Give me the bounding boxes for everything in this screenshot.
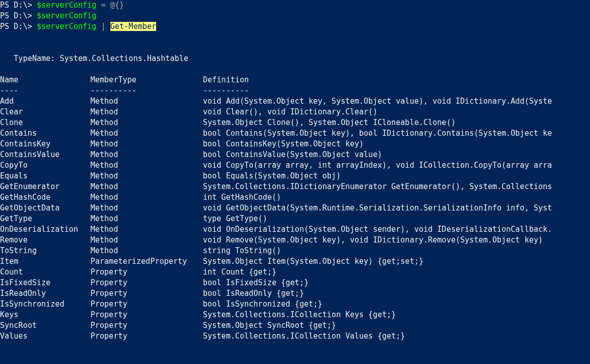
col-def: bool Equals(System.Object obj) — [203, 171, 341, 181]
col-type: MemberType — [91, 75, 203, 85]
col-type: Method — [91, 246, 203, 256]
col-def: ---------- — [203, 85, 249, 96]
underline-row: ------------------------ — [0, 85, 590, 96]
col-name: Name — [0, 75, 91, 85]
operator: | — [97, 22, 110, 31]
col-type: Method — [91, 235, 203, 246]
col-def: int GetHashCode() — [203, 192, 281, 203]
member-row-2: CloneMethodSystem.Object Clone(), System… — [0, 117, 590, 128]
col-type: Method — [91, 181, 203, 192]
col-name: Count — [0, 267, 91, 278]
col-type: Property — [91, 278, 203, 288]
col-def: bool IsFixedSize {get;} — [203, 278, 309, 288]
col-name: IsReadOnly — [0, 288, 91, 299]
member-row-11: GetTypeMethodtype GetType() — [0, 214, 590, 224]
col-name: GetType — [0, 214, 91, 224]
member-row-21: SyncRootPropertySystem.Object SyncRoot {… — [0, 320, 590, 331]
col-name: Item — [0, 256, 91, 267]
col-type: Method — [91, 149, 203, 160]
col-def: void Clear(), void IDictionary.Clear() — [203, 107, 377, 117]
variable: $serverConfig — [37, 1, 96, 10]
col-type: Method — [91, 107, 203, 117]
col-type: Method — [91, 117, 203, 128]
member-row-14: ToStringMethodstring ToString() — [0, 246, 590, 256]
col-def: void OnDeserialization(System.Object sen… — [203, 224, 552, 235]
member-row-12: OnDeserializationMethodvoid OnDeserializ… — [0, 224, 590, 235]
col-name: Keys — [0, 310, 91, 320]
col-type: Method — [91, 192, 203, 203]
member-row-13: RemoveMethodvoid Remove(System.Object ke… — [0, 235, 590, 246]
col-type: Property — [91, 310, 203, 320]
col-type: Property — [91, 331, 203, 342]
col-name: CopyTo — [0, 160, 91, 171]
col-type: Method — [91, 96, 203, 107]
col-type: Property — [91, 299, 203, 310]
col-type: ---------- — [91, 85, 203, 96]
prompt: PS D:\> — [0, 1, 37, 10]
col-type: Method — [91, 139, 203, 149]
col-def: type GetType() — [203, 214, 267, 224]
variable: $serverConfig — [37, 11, 96, 20]
member-row-5: ContainsValueMethodbool ContainsValue(Sy… — [0, 149, 590, 160]
col-type: Method — [91, 214, 203, 224]
member-row-10: GetObjectDataMethodvoid GetObjectData(Sy… — [0, 203, 590, 214]
col-type: Method — [91, 203, 203, 214]
col-type: Property — [91, 288, 203, 299]
member-row-22: ValuesPropertySystem.Collections.ICollec… — [0, 331, 590, 342]
command-line-2: PS D:\> $serverConfig | Get-Member — [0, 21, 590, 32]
col-def: System.Collections.ICollection Keys {get… — [203, 310, 396, 320]
prompt: PS D:\> — [0, 11, 37, 20]
col-name: ContainsValue — [0, 149, 91, 160]
operator: @{} — [110, 1, 124, 10]
col-def: System.Object Item(System.Object key) {g… — [203, 256, 423, 267]
variable: $serverConfig — [37, 22, 96, 31]
col-type: Method — [91, 128, 203, 139]
operator: = — [97, 1, 110, 10]
member-row-9: GetHashCodeMethodint GetHashCode() — [0, 192, 590, 203]
col-def: Definition — [203, 75, 249, 85]
member-row-17: IsFixedSizePropertybool IsFixedSize {get… — [0, 278, 590, 288]
col-def: System.Collections.IDictionaryEnumerator… — [203, 181, 552, 192]
member-row-1: ClearMethodvoid Clear(), void IDictionar… — [0, 107, 590, 117]
col-name: GetEnumerator — [0, 181, 91, 192]
member-row-19: IsSynchronizedPropertybool IsSynchronize… — [0, 299, 590, 310]
powershell-terminal[interactable]: PS D:\> $serverConfig = @{}PS D:\> $serv… — [0, 0, 590, 342]
col-def: int Count {get;} — [203, 267, 277, 278]
col-name: Remove — [0, 235, 91, 246]
col-def: void CopyTo(array array, int arrayIndex)… — [203, 160, 552, 171]
col-def: bool IsReadOnly {get;} — [203, 288, 304, 299]
col-def: System.Object Clone(), System.Object ICl… — [203, 117, 456, 128]
col-def: bool ContainsValue(System.Object value) — [203, 149, 382, 160]
header-row: NameMemberTypeDefinition — [0, 75, 590, 85]
member-row-7: EqualsMethodbool Equals(System.Object ob… — [0, 171, 590, 181]
member-row-20: KeysPropertySystem.Collections.ICollecti… — [0, 310, 590, 320]
col-name: OnDeserialization — [0, 224, 91, 235]
member-row-16: CountPropertyint Count {get;} — [0, 267, 590, 278]
col-name: IsSynchronized — [0, 299, 91, 310]
command-line-1: PS D:\> $serverConfig — [0, 11, 590, 21]
col-name: ---- — [0, 85, 91, 96]
member-row-6: CopyToMethodvoid CopyTo(array array, int… — [0, 160, 590, 171]
col-name: GetObjectData — [0, 203, 91, 214]
typename-value: System.Collections.Hashtable — [60, 54, 188, 63]
col-name: Contains — [0, 128, 91, 139]
member-row-0: AddMethodvoid Add(System.Object key, Sys… — [0, 96, 590, 107]
col-def: System.Collections.ICollection Values {g… — [203, 331, 405, 342]
col-def: bool IsSynchronized {get;} — [203, 299, 322, 310]
col-name: Add — [0, 96, 91, 107]
command-line-0: PS D:\> $serverConfig = @{} — [0, 0, 590, 11]
col-type: Method — [91, 160, 203, 171]
member-row-15: ItemParameterizedPropertySystem.Object I… — [0, 256, 590, 267]
col-name: Clone — [0, 117, 91, 128]
col-def: string ToString() — [203, 246, 281, 256]
col-def: bool Contains(System.Object key), bool I… — [203, 128, 552, 139]
col-name: Equals — [0, 171, 91, 181]
member-row-3: ContainsMethodbool Contains(System.Objec… — [0, 128, 590, 139]
member-row-4: ContainsKeyMethodbool ContainsKey(System… — [0, 139, 590, 149]
col-name: Clear — [0, 107, 91, 117]
col-name: ContainsKey — [0, 139, 91, 149]
col-name: SyncRoot — [0, 320, 91, 331]
cmdlet: Get-Member — [110, 22, 156, 31]
typename-label: TypeName: — [0, 54, 60, 63]
col-type: Method — [91, 171, 203, 181]
